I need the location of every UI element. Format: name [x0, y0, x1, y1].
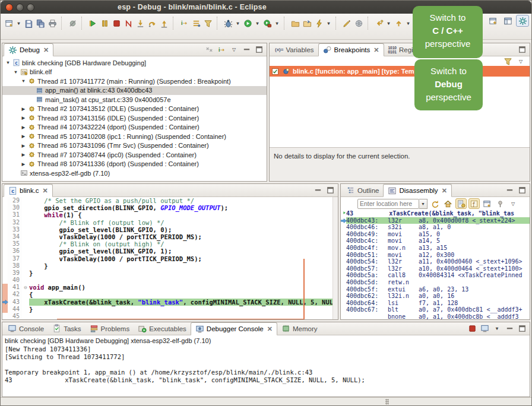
disassembly-line[interactable]: 400dbc43:l32ra8, 0x400d00f8 <_stext+224>	[341, 217, 530, 224]
code-line[interactable]: 40	[2, 277, 338, 284]
disassembly-line[interactable]: 400dbc54:l32ra11, 0x400d0460 <_stext+109…	[341, 258, 530, 265]
close-button[interactable]	[5, 4, 13, 11]
minimize-view-icon[interactable]	[241, 45, 252, 55]
refresh-view-button[interactable]	[429, 198, 441, 209]
minimize-button[interactable]	[16, 4, 24, 11]
tab-tasks[interactable]: Tasks	[48, 322, 85, 335]
debug-tree-item[interactable]: ▶Thread #3 1073413156 (IDLE) (Suspended …	[2, 113, 267, 123]
editor-ruler[interactable]	[2, 269, 8, 277]
editor-ruler[interactable]	[2, 226, 8, 233]
editor-ruler[interactable]	[2, 291, 8, 298]
tab-console[interactable]: Console	[4, 322, 48, 335]
expander-closed-icon[interactable]: ▶	[20, 152, 27, 157]
new-wizard-dropdown[interactable]: ▾	[15, 17, 23, 30]
maximize-view-icon[interactable]	[254, 45, 264, 55]
disassembly-source-line[interactable]: 43 xTaskCreate(&blink_task, "blink_tas	[341, 210, 530, 217]
debug-tree-item[interactable]: ▼cblink checking [GDB Hardware Debugging…	[2, 58, 267, 68]
cpp-perspective-button[interactable]	[501, 15, 514, 27]
format-button[interactable]	[341, 17, 353, 30]
skip-all-breakpoints-button[interactable]	[66, 17, 78, 30]
expander-open-icon[interactable]: ▼	[5, 60, 11, 65]
mark-occurrences-button[interactable]	[353, 17, 365, 30]
maximize-view-icon[interactable]	[517, 323, 527, 334]
close-icon[interactable]: ✕	[43, 46, 49, 54]
disassembly-line[interactable]: 400dbc46:s32ia8, a1, 0	[341, 224, 530, 231]
breakpoint-row[interactable]: blink.c [function: app_main] [type: Temp…	[270, 66, 530, 77]
fold-minus-icon[interactable]: ⊖	[22, 284, 29, 291]
maximize-button[interactable]	[27, 4, 34, 11]
disassembly-line[interactable]: 400dbc62:l32i.na0, a0, 16	[341, 293, 530, 300]
pin-view-button[interactable]	[495, 198, 506, 209]
editor-ruler[interactable]	[2, 262, 8, 269]
display-selected-console-button[interactable]	[479, 323, 490, 334]
expander-closed-icon[interactable]: ▶	[20, 161, 27, 167]
debug-dropdown[interactable]: ▾	[234, 17, 242, 30]
next-annotation-dropdown[interactable]: ▾	[404, 17, 412, 30]
disassembly-line[interactable]: 400dbc57:l32ra10, 0x400d0464 <_stext+110…	[341, 265, 530, 272]
close-icon[interactable]: ✕	[267, 325, 273, 333]
run-dropdown[interactable]: ▾	[254, 17, 261, 30]
code-line[interactable]: 36 gpio_set_level(BLINK_GPIO, 1);	[2, 248, 338, 255]
expander-closed-icon[interactable]: ▶	[20, 125, 27, 130]
editor-ruler[interactable]	[2, 313, 8, 320]
disassembly-line[interactable]: 400dbc64:lsif7, a1, 128	[341, 300, 530, 307]
location-input[interactable]	[357, 199, 419, 209]
expander-closed-icon[interactable]: ▶	[20, 134, 27, 139]
flash-dropdown[interactable]: ▾	[325, 17, 332, 30]
debug-tree-item[interactable]: ▼10blink.elf	[2, 68, 267, 77]
disassembly-line[interactable]: 400dbc5f:extuia6, a0, 23, 13	[341, 286, 530, 293]
maximize-view-icon[interactable]	[325, 185, 335, 196]
maximize-view-icon[interactable]	[517, 185, 527, 196]
tab-debugger-console[interactable]: Debugger Console✕	[191, 322, 277, 335]
disassembly-line[interactable]: bnonea0, a1, 0x400dbc8b <__adddf3	[341, 313, 530, 320]
resume-button[interactable]	[87, 17, 99, 30]
terminate-button[interactable]	[110, 17, 122, 30]
last-edit-location-button[interactable]	[373, 17, 385, 30]
minimize-view-icon[interactable]	[312, 185, 323, 196]
expander-closed-icon[interactable]: ▶	[20, 115, 27, 120]
debug-view-layout-button[interactable]	[190, 17, 202, 30]
remove-all-terminated-button[interactable]	[204, 45, 214, 55]
instruction-stepping-button[interactable]: i➝	[178, 17, 190, 30]
debug-tree-item[interactable]: ▶Thread #8 1073411336 (dport) (Suspended…	[2, 160, 267, 169]
view-menu-icon[interactable]: ▽	[229, 45, 239, 55]
minimize-view-icon[interactable]	[504, 185, 515, 196]
editor-ruler[interactable]	[2, 204, 8, 211]
debug-tree-item[interactable]: app_main() at blink.c:43 0x400dbc43	[2, 86, 267, 96]
editor-ruler[interactable]	[2, 284, 8, 291]
instruction-stepping-mode-button[interactable]: i➝	[216, 45, 227, 55]
code-line[interactable]: 45	[2, 313, 338, 320]
tab-disassembly[interactable]: Disassembly✕	[383, 184, 451, 197]
disassembly-line[interactable]: 400dbc4f:mov.na13, a15	[341, 245, 530, 252]
next-annotation-button[interactable]	[392, 17, 404, 30]
step-into-button[interactable]	[134, 17, 146, 30]
code-line[interactable]: 33 gpio_set_level(BLINK_GPIO, 0);	[2, 226, 338, 233]
breakpoint-grouping-button[interactable]	[502, 56, 513, 66]
code-line[interactable]: 37 vTaskDelay(1000 / portTICK_PERIOD_MS)…	[2, 255, 338, 262]
suspend-button[interactable]	[99, 17, 110, 30]
editor-ruler[interactable]	[2, 211, 8, 218]
code-line[interactable]: 44}	[2, 306, 338, 313]
disconnect-button[interactable]	[122, 17, 134, 30]
console-dropdown[interactable]: ▾	[492, 323, 502, 334]
editor-ruler[interactable]	[2, 233, 8, 240]
code-line[interactable]: 29 /* Set the GPIO as a push/pull output…	[2, 197, 338, 204]
debug-button[interactable]	[222, 17, 234, 30]
code-editor[interactable]: 29 /* Set the GPIO as a push/pull output…	[2, 197, 338, 320]
print-button[interactable]	[46, 17, 58, 30]
tab-problems[interactable]: Problems	[86, 322, 134, 335]
code-line[interactable]: 39}	[2, 269, 338, 277]
code-line[interactable]: 30 gpio_set_direction(BLINK_GPIO, GPIO_M…	[2, 204, 338, 211]
use-step-filters-button[interactable]	[202, 17, 214, 30]
editor-ruler[interactable]	[2, 306, 8, 313]
disassembly-line[interactable]: 400dbc4c:movia14, 5	[341, 237, 530, 245]
disassembly-listing[interactable]: 43 xTaskCreate(&blink_task, "blink_tas40…	[341, 210, 530, 320]
debug-tree-item[interactable]: ▶Thread #6 1073431096 (Tmr Svc) (Suspend…	[2, 141, 267, 151]
debug-tree-item[interactable]: ▶Thread #5 1073410208 (ipc1 : Running) (…	[2, 132, 267, 141]
open-new-view-button[interactable]	[482, 198, 493, 209]
minimize-view-icon[interactable]	[504, 323, 515, 334]
debug-tree-item[interactable]: ▶Thread #2 1073413512 (IDLE) (Suspended …	[2, 104, 267, 114]
editor-scrollbar[interactable]	[332, 197, 338, 320]
breakpoints-list[interactable]: blink.c [function: app_main] [type: Temp…	[270, 66, 530, 77]
disassembly-line[interactable]: 400dbc67:blta0, a7, 0x400dbc81 <__adddf3…	[341, 306, 530, 313]
